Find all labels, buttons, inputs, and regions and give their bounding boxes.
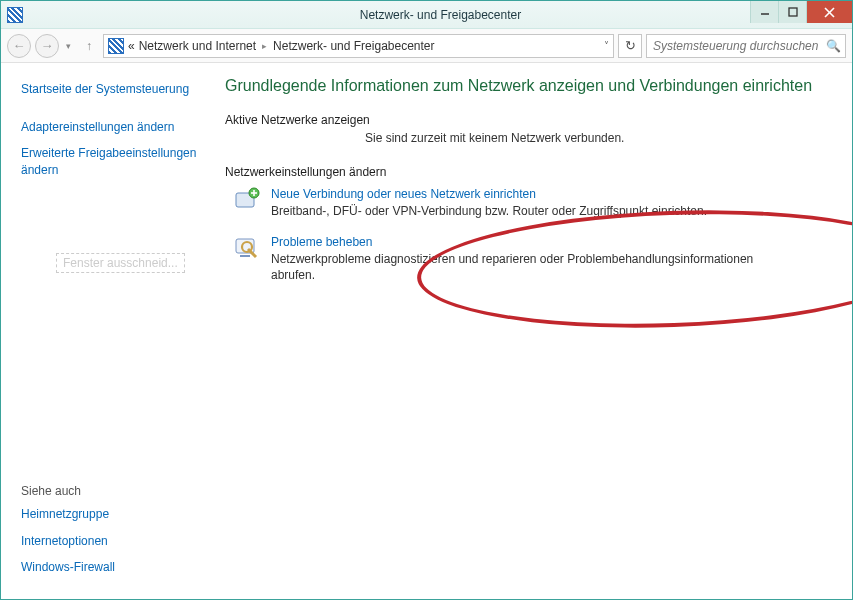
window-title: Netzwerk- und Freigabecenter	[29, 8, 852, 22]
network-icon	[108, 38, 124, 54]
task-desc: Netzwerkprobleme diagnostizieren und rep…	[271, 251, 771, 283]
svg-rect-9	[240, 255, 250, 257]
see-also-firewall[interactable]: Windows-Firewall	[21, 559, 211, 575]
forward-button[interactable]: →	[35, 34, 59, 58]
window: Netzwerk- und Freigabecenter ← → ▾ ↑	[0, 0, 853, 600]
app-icon	[7, 7, 23, 23]
network-status: Sie sind zurzeit mit keinem Netzwerk ver…	[365, 131, 834, 145]
close-icon	[824, 7, 835, 18]
see-also-homegroup[interactable]: Heimnetzgruppe	[21, 506, 211, 522]
task-body: Probleme beheben Netzwerkprobleme diagno…	[271, 235, 771, 283]
page-heading: Grundlegende Informationen zum Netzwerk …	[225, 77, 834, 95]
search-input[interactable]	[651, 38, 826, 54]
sidebar: Startseite der Systemsteuerung Adapterei…	[1, 63, 221, 599]
address-bar[interactable]: « Netzwerk und Internet ▸ Netzwerk- und …	[103, 34, 614, 58]
address-dropdown[interactable]: ˅	[604, 40, 609, 51]
search-icon: 🔍	[826, 39, 841, 53]
minimize-icon	[760, 7, 770, 17]
navbar: ← → ▾ ↑ « Netzwerk und Internet ▸ Netzwe…	[1, 29, 852, 63]
task-title[interactable]: Neue Verbindung oder neues Netzwerk einr…	[271, 187, 707, 201]
maximize-button[interactable]	[778, 1, 806, 23]
search-box[interactable]: 🔍	[646, 34, 846, 58]
close-button[interactable]	[806, 1, 852, 23]
svg-rect-1	[789, 8, 797, 16]
refresh-icon: ↻	[625, 38, 636, 53]
back-icon: ←	[13, 38, 26, 53]
body: Startseite der Systemsteuerung Adapterei…	[1, 63, 852, 599]
setup-connection-icon	[233, 187, 261, 219]
back-button[interactable]: ←	[7, 34, 31, 58]
minimize-button[interactable]	[750, 1, 778, 23]
forward-icon: →	[41, 38, 54, 53]
task-desc: Breitband-, DFÜ- oder VPN-Verbindung bzw…	[271, 203, 707, 219]
sidebar-link-sharing[interactable]: Erweiterte Freigabeeinstellungen ändern	[21, 145, 211, 177]
active-networks-label: Aktive Netzwerke anzeigen	[225, 113, 834, 127]
see-also-heading: Siehe auch	[21, 484, 211, 498]
see-also-internet-options[interactable]: Internetoptionen	[21, 533, 211, 549]
change-settings-label: Netzwerkeinstellungen ändern	[225, 165, 834, 179]
task-setup-connection[interactable]: Neue Verbindung oder neues Netzwerk einr…	[233, 187, 834, 219]
troubleshoot-icon	[233, 235, 261, 283]
chevron-right-icon: ▸	[260, 41, 269, 51]
task-body: Neue Verbindung oder neues Netzwerk einr…	[271, 187, 707, 219]
breadcrumb-item[interactable]: Netzwerk und Internet	[139, 39, 256, 53]
snipping-hint: Fenster ausschneid...	[56, 253, 185, 273]
sidebar-link-home[interactable]: Startseite der Systemsteuerung	[21, 81, 211, 97]
task-title[interactable]: Probleme beheben	[271, 235, 771, 249]
task-troubleshoot[interactable]: Probleme beheben Netzwerkprobleme diagno…	[233, 235, 834, 283]
content: Grundlegende Informationen zum Netzwerk …	[221, 63, 852, 599]
titlebar: Netzwerk- und Freigabecenter	[1, 1, 852, 29]
breadcrumb-chevrons: «	[128, 39, 135, 53]
up-button[interactable]: ↑	[79, 36, 99, 56]
history-dropdown[interactable]: ▾	[61, 41, 75, 51]
sidebar-link-adapter[interactable]: Adaptereinstellungen ändern	[21, 119, 211, 135]
maximize-icon	[788, 7, 798, 17]
window-controls	[750, 1, 852, 23]
chevron-down-icon: ▾	[66, 41, 71, 51]
up-icon: ↑	[86, 39, 92, 53]
refresh-button[interactable]: ↻	[618, 34, 642, 58]
breadcrumb-item[interactable]: Netzwerk- und Freigabecenter	[273, 39, 434, 53]
